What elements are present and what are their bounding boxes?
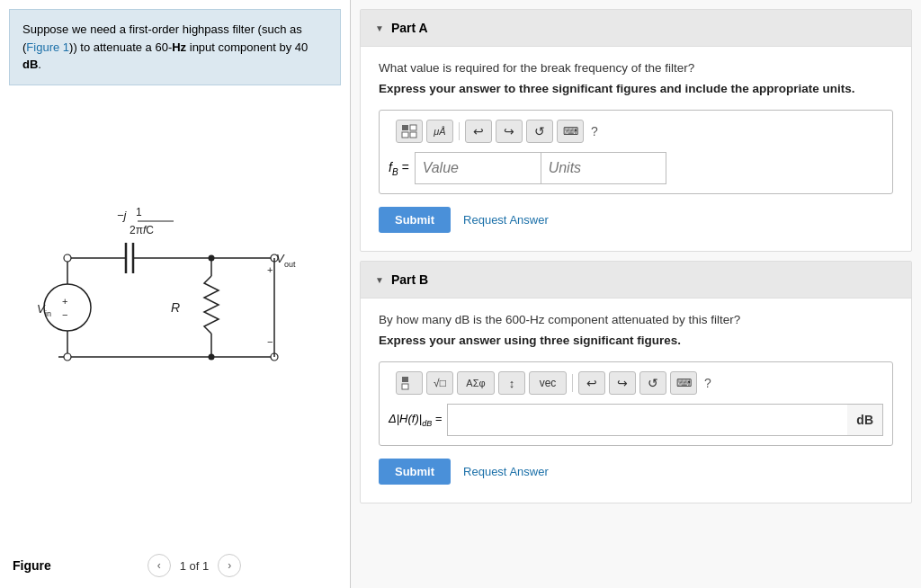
svg-text:−: −	[62, 309, 67, 320]
part-b-sqrt-btn[interactable]: √□	[426, 371, 453, 395]
part-a-input-row: fB =	[389, 152, 883, 184]
part-a-redo-btn[interactable]: ↪	[496, 120, 523, 143]
svg-point-15	[44, 284, 91, 331]
part-a-arrow: ▼	[375, 23, 384, 33]
part-b-request-answer-link[interactable]: Request Answer	[463, 465, 549, 478]
svg-rect-35	[402, 132, 408, 138]
part-a-title: Part A	[391, 21, 428, 35]
right-panel: ▼ Part A What value is required for the …	[351, 0, 921, 588]
svg-text:−: −	[267, 336, 273, 347]
part-a-refresh-btn[interactable]: ↺	[526, 120, 553, 143]
svg-text:out: out	[284, 260, 296, 269]
nav-next-button[interactable]: ›	[218, 554, 241, 577]
part-b-question: By how many dB is the 600-Hz component a…	[379, 313, 893, 326]
part-a-undo-btn[interactable]: ↩	[465, 120, 492, 143]
part-a-header[interactable]: ▼ Part A	[361, 10, 911, 47]
part-b-submit-button[interactable]: Submit	[379, 459, 451, 485]
part-b-arrow: ▼	[375, 275, 384, 285]
svg-point-28	[64, 254, 71, 262]
part-a-question: What value is required for the break fre…	[379, 61, 893, 75]
part-a-matrix-btn[interactable]	[396, 120, 423, 143]
part-a-submit-button[interactable]: Submit	[379, 207, 451, 233]
part-a-input-label: fB =	[389, 160, 409, 177]
svg-text:+: +	[62, 296, 67, 307]
svg-text:−j: −j	[117, 209, 128, 222]
svg-text:1: 1	[136, 206, 142, 218]
circuit-diagram: −j 1 2πfC R	[9, 81, 341, 516]
part-b-input-row: Δ|H(f)|dB = dB	[389, 404, 883, 436]
part-a-body: What value is required for the break fre…	[361, 47, 911, 251]
svg-rect-34	[410, 125, 416, 130]
svg-rect-37	[402, 377, 408, 382]
part-a-action-row: Submit Request Answer	[379, 207, 893, 233]
part-b-keyboard-btn[interactable]: ⌨	[670, 371, 697, 395]
part-b-answer-box: √□ ΑΣφ ↕ vec ↩ ↪ ↺ ⌨ ? Δ|H(f)|dB =	[379, 361, 893, 446]
part-b-sep1	[572, 374, 573, 392]
figure-label: Figure	[13, 558, 51, 573]
part-b-section: ▼ Part B By how many dB is the 600-Hz co…	[360, 261, 912, 503]
circuit-svg: −j 1 2πfC R	[31, 191, 319, 406]
svg-text:R: R	[171, 300, 180, 315]
part-b-toolbar: √□ ΑΣφ ↕ vec ↩ ↪ ↺ ⌨ ?	[389, 371, 883, 395]
part-a-toolbar: μÅ ↩ ↪ ↺ ⌨ ?	[389, 120, 883, 143]
svg-rect-33	[402, 125, 408, 130]
part-b-unit-suffix: dB	[847, 404, 883, 436]
part-a-instruction: Express your answer to three significant…	[379, 82, 893, 95]
svg-rect-38	[402, 384, 408, 389]
part-b-arrows-btn[interactable]: ↕	[498, 371, 525, 395]
part-a-keyboard-btn[interactable]: ⌨	[557, 120, 584, 143]
part-b-vec-btn[interactable]: vec	[529, 371, 567, 395]
part-b-refresh-btn[interactable]: ↺	[639, 371, 666, 395]
problem-text: Suppose we need a first-order highpass f…	[9, 9, 341, 85]
part-a-units-btn[interactable]: μÅ	[426, 120, 453, 143]
figure-link[interactable]: Figure 1	[26, 40, 69, 54]
svg-point-29	[64, 353, 71, 361]
part-a-units-input[interactable]	[541, 152, 666, 184]
part-a-sep1	[459, 122, 460, 140]
part-b-action-row: Submit Request Answer	[379, 459, 893, 485]
part-a-request-answer-link[interactable]: Request Answer	[463, 213, 549, 227]
part-a-section: ▼ Part A What value is required for the …	[360, 9, 912, 252]
left-panel: Suppose we need a first-order highpass f…	[0, 0, 351, 588]
part-b-redo-btn[interactable]: ↪	[609, 371, 636, 395]
svg-point-23	[208, 354, 214, 361]
part-b-input-label: Δ|H(f)|dB =	[389, 412, 442, 428]
part-b-instruction: Express your answer using three signific…	[379, 334, 893, 347]
part-b-title: Part B	[391, 272, 428, 287]
part-b-help-icon[interactable]: ?	[704, 376, 711, 390]
part-b-matrix-btn[interactable]	[396, 371, 423, 395]
part-a-help-icon[interactable]: ?	[591, 124, 598, 138]
part-b-undo-btn[interactable]: ↩	[578, 371, 605, 395]
nav-prev-button[interactable]: ‹	[148, 554, 171, 577]
part-b-body: By how many dB is the 600-Hz component a…	[361, 298, 911, 503]
svg-text:+: +	[267, 264, 273, 275]
part-a-value-input[interactable]	[415, 152, 541, 184]
part-b-symbols-btn[interactable]: ΑΣφ	[457, 371, 495, 395]
part-b-header[interactable]: ▼ Part B	[361, 262, 911, 298]
part-a-answer-box: μÅ ↩ ↪ ↺ ⌨ ? fB =	[379, 110, 893, 194]
part-b-answer-input[interactable]	[447, 404, 847, 436]
svg-rect-36	[410, 132, 416, 138]
svg-text:in: in	[45, 309, 51, 318]
page-indicator: 1 of 1	[180, 559, 210, 573]
svg-text:2πfC: 2πfC	[130, 224, 154, 236]
